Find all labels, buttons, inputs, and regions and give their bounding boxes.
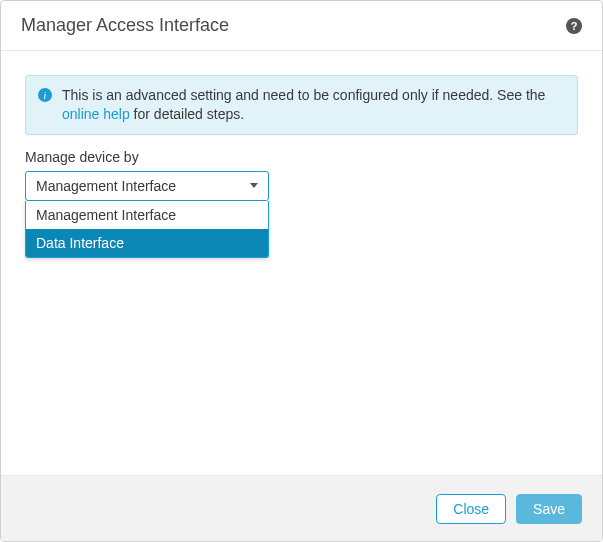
save-button[interactable]: Save: [516, 494, 582, 524]
info-text-after: for detailed steps.: [130, 106, 244, 122]
option-data-interface[interactable]: Data Interface: [26, 229, 268, 257]
modal-footer: Close Save: [1, 475, 602, 541]
help-icon[interactable]: ?: [566, 18, 582, 34]
modal-body: i This is an advanced setting and need t…: [1, 51, 602, 475]
info-banner: i This is an advanced setting and need t…: [25, 75, 578, 135]
modal-title: Manager Access Interface: [21, 15, 229, 36]
option-management-interface[interactable]: Management Interface: [26, 201, 268, 229]
manager-access-modal: Manager Access Interface ? i This is an …: [0, 0, 603, 542]
manage-device-dropdown: Management Interface Data Interface: [25, 201, 269, 258]
info-text-before: This is an advanced setting and need to …: [62, 87, 545, 103]
online-help-link[interactable]: online help: [62, 106, 130, 122]
modal-header: Manager Access Interface ?: [1, 1, 602, 51]
info-text: This is an advanced setting and need to …: [62, 86, 565, 124]
manage-device-select-wrap: Management Interface Management Interfac…: [25, 171, 269, 201]
manage-device-select[interactable]: Management Interface: [25, 171, 269, 201]
close-button[interactable]: Close: [436, 494, 506, 524]
chevron-down-icon: [250, 183, 258, 188]
manage-device-label: Manage device by: [25, 149, 578, 165]
select-value: Management Interface: [36, 178, 176, 194]
info-icon: i: [38, 88, 52, 102]
